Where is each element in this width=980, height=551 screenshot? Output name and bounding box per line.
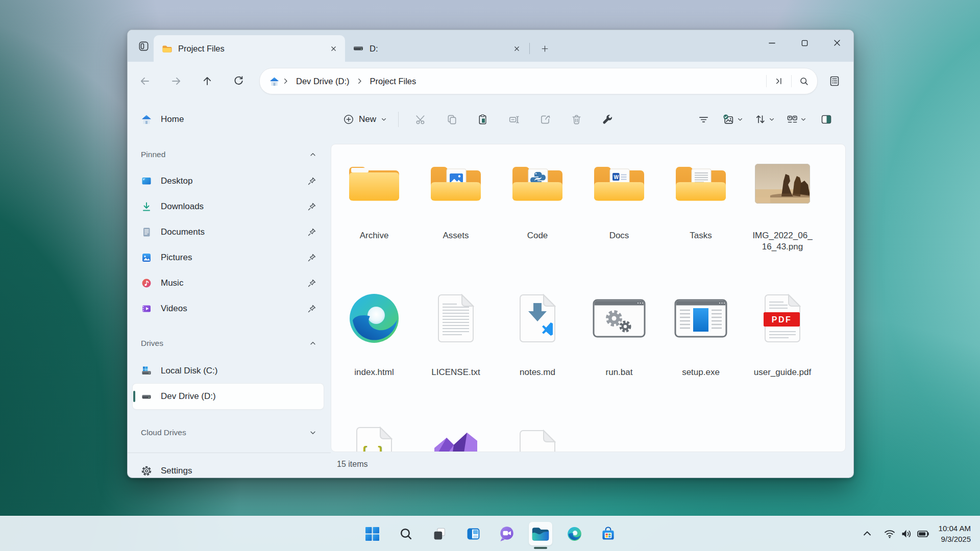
toolbar-separator bbox=[398, 112, 399, 127]
edge-logo-icon bbox=[348, 282, 401, 355]
txt-file-tile[interactable]: LICENSE.txt bbox=[415, 282, 497, 378]
chevron-down-icon bbox=[381, 116, 387, 122]
properties-button[interactable] bbox=[596, 108, 619, 131]
breadcrumb-current[interactable]: Project Files bbox=[366, 74, 421, 88]
folder-icon: W bbox=[592, 149, 647, 218]
file-name: Archive bbox=[360, 230, 389, 241]
markdown-file-tile[interactable]: notes.md bbox=[497, 282, 578, 378]
back-arrow-icon bbox=[139, 75, 151, 87]
taskbar: 10:04 AM 9/3/2025 bbox=[0, 516, 980, 551]
taskbar-center bbox=[360, 522, 620, 545]
exe-file-tile[interactable]: setup.exe bbox=[660, 282, 742, 378]
search-icon bbox=[799, 76, 810, 87]
delete-button[interactable] bbox=[565, 108, 588, 131]
copy-button[interactable] bbox=[440, 108, 463, 131]
image-file-tile[interactable]: IMG_2022_06_16_43.png bbox=[742, 149, 823, 253]
sidebar-section-drives[interactable]: Drives bbox=[128, 333, 331, 354]
tab-close-icon[interactable] bbox=[509, 41, 524, 56]
pin-icon bbox=[307, 304, 316, 313]
json-file-tile[interactable]: { } bbox=[333, 427, 415, 452]
cut-button[interactable] bbox=[409, 108, 432, 131]
address-bar[interactable]: Dev Drive (D:) Project Files bbox=[259, 68, 818, 94]
file-row: index.html LICENSE.txt not bbox=[333, 282, 823, 378]
sidebar-item-local-disk-c[interactable]: Local Disk (C:) bbox=[133, 358, 324, 384]
rename-button[interactable] bbox=[502, 108, 526, 131]
html-file-tile[interactable]: index.html bbox=[333, 282, 415, 378]
maximize-button[interactable] bbox=[788, 30, 821, 56]
battery-icon bbox=[917, 528, 929, 540]
svg-text:PDF: PDF bbox=[772, 315, 792, 324]
taskbar-search-button[interactable] bbox=[394, 522, 418, 545]
hidden-icons-button[interactable] bbox=[859, 523, 875, 544]
delete-icon bbox=[571, 114, 582, 126]
new-tab-button[interactable] bbox=[536, 40, 553, 57]
new-button[interactable]: New bbox=[337, 109, 393, 130]
sort-button[interactable] bbox=[751, 108, 778, 131]
sidebar-item-settings[interactable]: Settings bbox=[133, 458, 324, 478]
close-button[interactable] bbox=[821, 30, 853, 56]
sidebar-section-cloud-drives[interactable]: Cloud Drives bbox=[128, 422, 331, 443]
details-list-button[interactable] bbox=[823, 69, 846, 93]
refresh-button[interactable] bbox=[226, 69, 251, 93]
sidebar-item-desktop[interactable]: Desktop bbox=[133, 168, 324, 194]
tab-close-icon[interactable] bbox=[326, 41, 341, 56]
search-button[interactable] bbox=[794, 71, 814, 91]
edge-button[interactable] bbox=[562, 522, 586, 545]
folder-code-tile[interactable]: Code bbox=[497, 149, 578, 253]
back-button[interactable] bbox=[133, 69, 157, 93]
paste-button[interactable] bbox=[471, 108, 495, 131]
sidebar-item-dev-drive-d[interactable]: Dev Drive (D:) bbox=[133, 384, 324, 409]
folder-tasks-tile[interactable]: Tasks bbox=[660, 149, 742, 253]
up-button[interactable] bbox=[195, 69, 219, 93]
minimize-button[interactable] bbox=[755, 30, 788, 56]
folder-icon bbox=[673, 149, 728, 218]
copy-icon bbox=[446, 114, 458, 126]
file-explorer-button[interactable] bbox=[529, 522, 552, 545]
sidebar-section-pinned[interactable]: Pinned bbox=[128, 144, 331, 165]
task-view-button[interactable] bbox=[428, 522, 451, 545]
purple-app-file-tile[interactable] bbox=[415, 427, 497, 452]
breadcrumb-drive[interactable]: Dev Drive (D:) bbox=[292, 74, 354, 88]
desktop: Project Files D: bbox=[0, 0, 980, 551]
sidebar-item-videos[interactable]: Videos bbox=[133, 296, 324, 321]
pin-address-button[interactable] bbox=[769, 71, 789, 91]
clock-date: 9/3/2025 bbox=[939, 534, 971, 544]
taskbar-clock[interactable]: 10:04 AM 9/3/2025 bbox=[939, 523, 971, 544]
sidebar-item-music[interactable]: Music bbox=[133, 270, 324, 296]
tab-d-drive[interactable]: D: bbox=[345, 35, 528, 62]
widgets-button[interactable] bbox=[461, 522, 485, 545]
folder-docs-tile[interactable]: W Docs bbox=[578, 149, 660, 253]
sidebar-item-pictures[interactable]: Pictures bbox=[133, 245, 324, 270]
tab-separator bbox=[529, 43, 530, 54]
window-body: Home Pinned Desktop Downloads bbox=[128, 101, 853, 478]
batch-file-tile[interactable]: run.bat bbox=[578, 282, 660, 378]
forward-button[interactable] bbox=[164, 69, 188, 93]
thumbnail-options-button[interactable] bbox=[719, 108, 746, 131]
sidebar-item-downloads[interactable]: Downloads bbox=[133, 194, 324, 219]
folder-assets-tile[interactable]: Assets bbox=[415, 149, 497, 253]
folder-archive-tile[interactable]: Archive bbox=[333, 149, 415, 253]
drive-icon bbox=[353, 45, 363, 52]
batch-script-icon bbox=[593, 282, 646, 355]
tab-list-button[interactable] bbox=[135, 37, 152, 55]
wifi-icon bbox=[884, 528, 896, 540]
tab-project-files[interactable]: Project Files bbox=[154, 35, 345, 62]
sidebar-item-documents[interactable]: Documents bbox=[133, 219, 324, 245]
new-button-label: New bbox=[359, 114, 376, 124]
start-button[interactable] bbox=[360, 522, 384, 545]
tray-status-icons[interactable] bbox=[884, 528, 929, 540]
chat-button[interactable] bbox=[495, 522, 519, 545]
filter-button[interactable] bbox=[692, 108, 715, 131]
sidebar-item-home[interactable]: Home bbox=[133, 107, 324, 132]
titlebar: Project Files D: bbox=[128, 30, 853, 62]
task-view-icon bbox=[433, 527, 447, 541]
chevron-down-icon bbox=[800, 116, 806, 122]
store-button[interactable] bbox=[596, 522, 620, 545]
preview-pane-toggle[interactable] bbox=[815, 108, 838, 131]
installer-icon bbox=[674, 282, 727, 355]
generic-file-tile[interactable] bbox=[497, 427, 578, 452]
volume-icon bbox=[900, 528, 913, 540]
view-options-button[interactable] bbox=[783, 108, 810, 131]
share-button[interactable] bbox=[533, 108, 557, 131]
pdf-file-tile[interactable]: PDF user_guide.pdf bbox=[742, 282, 823, 378]
